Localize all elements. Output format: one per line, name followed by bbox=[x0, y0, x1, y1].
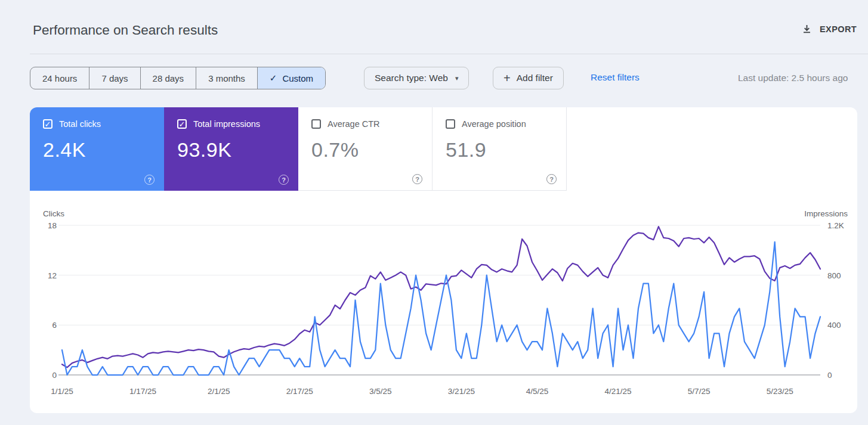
search-type-label: Search type: Web bbox=[375, 73, 448, 83]
svg-text:4/5/25: 4/5/25 bbox=[526, 387, 549, 396]
svg-text:12: 12 bbox=[48, 271, 57, 280]
svg-text:3/21/25: 3/21/25 bbox=[448, 387, 475, 396]
tab-custom[interactable]: ✓ Custom bbox=[257, 67, 325, 89]
svg-text:1/1/25: 1/1/25 bbox=[51, 387, 73, 396]
svg-text:5/7/25: 5/7/25 bbox=[688, 387, 711, 396]
plus-icon: + bbox=[503, 72, 511, 84]
svg-text:800: 800 bbox=[827, 271, 841, 280]
tab-24-hours[interactable]: 24 hours bbox=[30, 67, 89, 89]
last-update-text: Last update: 2.5 hours ago bbox=[738, 73, 848, 83]
filter-bar: 24 hours 7 days 28 days 3 months ✓ Custo… bbox=[0, 67, 868, 89]
export-label: EXPORT bbox=[820, 24, 857, 34]
performance-card: ✓ Total clicks 2.4K ? ✓ Total impression… bbox=[30, 107, 857, 413]
tab-label: 3 months bbox=[208, 73, 245, 83]
check-icon: ✓ bbox=[270, 73, 277, 83]
search-type-dropdown[interactable]: Search type: Web ▾ bbox=[364, 67, 469, 89]
tab-label: 28 days bbox=[153, 73, 184, 83]
tab-label: 7 days bbox=[101, 73, 128, 83]
svg-text:0: 0 bbox=[52, 371, 57, 380]
svg-text:3/5/25: 3/5/25 bbox=[369, 387, 392, 396]
header-divider bbox=[30, 54, 868, 54]
performance-chart: 181.2K12800640000ClicksImpressions1/1/25… bbox=[30, 107, 857, 413]
add-filter-button[interactable]: + Add filter bbox=[493, 67, 564, 89]
tab-label: Custom bbox=[282, 73, 313, 83]
svg-text:0: 0 bbox=[827, 371, 832, 380]
svg-text:Clicks: Clicks bbox=[43, 209, 64, 218]
svg-text:1/17/25: 1/17/25 bbox=[129, 387, 156, 396]
tab-7-days[interactable]: 7 days bbox=[89, 67, 140, 89]
export-button[interactable]: EXPORT bbox=[802, 24, 857, 34]
tab-28-days[interactable]: 28 days bbox=[140, 67, 196, 89]
tab-label: 24 hours bbox=[42, 73, 77, 83]
date-range-tabs: 24 hours 7 days 28 days 3 months ✓ Custo… bbox=[30, 67, 326, 89]
svg-text:1.2K: 1.2K bbox=[827, 221, 844, 230]
page-title: Performance on Search results bbox=[33, 23, 218, 38]
svg-text:4/21/25: 4/21/25 bbox=[605, 387, 632, 396]
svg-text:Impressions: Impressions bbox=[804, 209, 848, 218]
tab-3-months[interactable]: 3 months bbox=[196, 67, 257, 89]
svg-text:18: 18 bbox=[48, 221, 57, 230]
add-filter-label: Add filter bbox=[517, 73, 553, 83]
svg-text:5/23/25: 5/23/25 bbox=[767, 387, 793, 396]
download-icon bbox=[802, 24, 812, 34]
svg-text:400: 400 bbox=[827, 321, 841, 330]
chevron-down-icon: ▾ bbox=[455, 75, 459, 82]
svg-text:2/1/25: 2/1/25 bbox=[208, 387, 230, 396]
svg-text:2/17/25: 2/17/25 bbox=[286, 387, 313, 396]
reset-filters-link[interactable]: Reset filters bbox=[591, 72, 640, 83]
svg-text:6: 6 bbox=[52, 321, 57, 330]
